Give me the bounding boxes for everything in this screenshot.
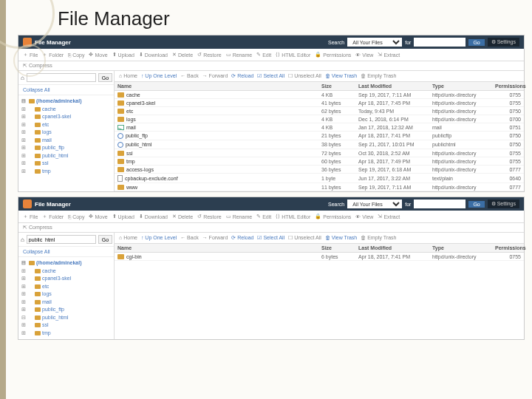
compress-button[interactable]: ⇱ Compress bbox=[23, 63, 52, 68]
search-go-button[interactable]: Go bbox=[468, 201, 484, 208]
tree-node[interactable]: etc bbox=[21, 121, 111, 129]
table-row[interactable]: public_ftp21 bytesApr 18, 2017, 7:41 PMp… bbox=[115, 132, 524, 140]
table-row[interactable]: cgi-bin6 bytesApr 18, 2017, 7:41 PMhttpd… bbox=[115, 253, 524, 261]
html-editor-button[interactable]: ⟨⟩ HTML Editor bbox=[276, 51, 310, 58]
tree-node[interactable]: etc bbox=[21, 283, 111, 291]
tree-node[interactable]: public_html bbox=[21, 314, 111, 322]
copy-button[interactable]: ⎘ Copy bbox=[68, 213, 84, 220]
nav-unselect-all[interactable]: ☐ Unselect All bbox=[288, 235, 321, 241]
tree-node[interactable]: cache bbox=[21, 267, 111, 276]
tree-node[interactable]: logs bbox=[21, 129, 111, 137]
home-icon[interactable]: ⌂ bbox=[21, 236, 24, 243]
edit-button[interactable]: ✎ Edit bbox=[256, 51, 271, 58]
nav-home[interactable]: ⌂ Home bbox=[119, 73, 137, 79]
compress-button[interactable]: ⇱ Compress bbox=[23, 225, 52, 230]
col-name[interactable]: Name bbox=[117, 245, 321, 250]
edit-button[interactable]: ✎ Edit bbox=[256, 213, 271, 220]
file-button[interactable]: ＋ File bbox=[23, 213, 38, 220]
tree-node[interactable]: tmp bbox=[21, 330, 111, 338]
table-row[interactable]: mail4 KBJan 17, 2018, 12:32 AMmail0751 bbox=[115, 123, 524, 132]
table-row[interactable]: ssl72 bytesOct 30, 2018, 2:52 AMhttpd/un… bbox=[115, 149, 524, 157]
tree-root[interactable]: (/home/adminekal) bbox=[21, 98, 111, 106]
table-row[interactable]: cpanel3-skel41 bytesApr 18, 2017, 7:45 P… bbox=[115, 99, 524, 107]
table-row[interactable]: cpbackup-exclude.conf1 byteJun 17, 2017,… bbox=[115, 174, 524, 183]
table-row[interactable]: access-logs36 bytesSep 19, 2017, 6:18 AM… bbox=[115, 166, 524, 174]
restore-button[interactable]: ↺ Restore bbox=[197, 213, 222, 220]
upload-button[interactable]: ⬆ Upload bbox=[112, 51, 134, 58]
folder-button[interactable]: ＋ Folder bbox=[42, 213, 64, 220]
download-button[interactable]: ⬇ Download bbox=[139, 51, 168, 58]
nav-up[interactable]: ↑ Up One Level bbox=[141, 235, 177, 241]
nav-forward[interactable]: → Forward bbox=[202, 235, 228, 241]
delete-button[interactable]: ✕ Delete bbox=[172, 51, 193, 58]
file-button[interactable]: ＋ File bbox=[23, 51, 38, 58]
path-go-button[interactable]: Go bbox=[98, 235, 112, 244]
search-scope-select[interactable]: All Your Files bbox=[347, 200, 402, 208]
copy-button[interactable]: ⎘ Copy bbox=[68, 51, 84, 58]
nav-view-trash[interactable]: 🗑 View Trash bbox=[325, 235, 357, 241]
tree-root[interactable]: (/home/adminekal) bbox=[21, 259, 111, 267]
nav-up[interactable]: ↑ Up One Level bbox=[141, 73, 177, 79]
tree-node[interactable]: cpanel3-skel bbox=[21, 275, 111, 283]
tree-node[interactable]: public_html bbox=[21, 152, 111, 160]
nav-empty-trash[interactable]: 🗑 Empty Trash bbox=[361, 235, 396, 241]
extract-button[interactable]: ⇲ Extract bbox=[378, 213, 400, 220]
table-row[interactable]: etc62 bytesToday, 9:43 PMhttpd/unix-dire… bbox=[115, 107, 524, 115]
col-modified[interactable]: Last Modified bbox=[358, 245, 432, 250]
nav-forward[interactable]: → Forward bbox=[202, 73, 228, 79]
search-scope-select[interactable]: All Your Files bbox=[347, 38, 402, 47]
table-row[interactable]: tmp60 bytesApr 18, 2017, 7:49 PMhttpd/un… bbox=[115, 157, 524, 166]
download-button[interactable]: ⬇ Download bbox=[139, 213, 168, 220]
tree-node[interactable]: mail bbox=[21, 299, 111, 307]
nav-reload[interactable]: ⟳ Reload bbox=[231, 235, 253, 241]
settings-button[interactable]: ⚙ Settings bbox=[488, 200, 519, 208]
rename-button[interactable]: ▭ Rename bbox=[226, 213, 252, 220]
col-size[interactable]: Size bbox=[321, 245, 358, 250]
table-row[interactable]: logs4 KBDec 1, 2018, 6:14 PMhttpd/unix-d… bbox=[115, 115, 524, 123]
extract-button[interactable]: ⇲ Extract bbox=[378, 51, 400, 58]
col-permissions[interactable]: Permissions bbox=[495, 83, 521, 89]
move-button[interactable]: ✥ Move bbox=[89, 213, 107, 220]
nav-view-trash[interactable]: 🗑 View Trash bbox=[325, 73, 357, 79]
tree-node[interactable]: cpanel3-skel bbox=[21, 113, 111, 121]
tree-node[interactable]: tmp bbox=[21, 168, 111, 176]
path-input[interactable] bbox=[27, 235, 96, 244]
upload-button[interactable]: ⬆ Upload bbox=[112, 213, 134, 220]
view-button[interactable]: 👁 View bbox=[355, 51, 373, 58]
tree-node[interactable]: public_ftp bbox=[21, 306, 111, 314]
move-button[interactable]: ✥ Move bbox=[89, 51, 107, 58]
table-row[interactable]: cache4 KBSep 19, 2017, 7:11 AMhttpd/unix… bbox=[115, 91, 524, 99]
collapse-all-link[interactable]: Collapse All bbox=[18, 247, 114, 257]
col-name[interactable]: Name bbox=[117, 83, 321, 89]
path-input[interactable] bbox=[27, 73, 96, 82]
path-go-button[interactable]: Go bbox=[98, 73, 112, 82]
rename-button[interactable]: ▭ Rename bbox=[226, 51, 252, 58]
collapse-all-link[interactable]: Collapse All bbox=[18, 85, 114, 95]
search-go-button[interactable]: Go bbox=[468, 39, 484, 46]
search-input[interactable] bbox=[414, 38, 466, 47]
nav-select-all[interactable]: ☑ Select All bbox=[257, 235, 284, 241]
nav-reload[interactable]: ⟳ Reload bbox=[231, 73, 253, 79]
permissions-button[interactable]: 🔒 Permissions bbox=[315, 51, 351, 58]
table-row[interactable]: public_html38 bytesSep 21, 2017, 10:01 P… bbox=[115, 140, 524, 149]
tree-node[interactable]: ssl bbox=[21, 160, 111, 168]
nav-select-all[interactable]: ☑ Select All bbox=[257, 73, 284, 79]
home-icon[interactable]: ⌂ bbox=[21, 75, 24, 81]
nav-empty-trash[interactable]: 🗑 Empty Trash bbox=[361, 73, 396, 79]
permissions-button[interactable]: 🔒 Permissions bbox=[315, 213, 351, 220]
tree-node[interactable]: ssl bbox=[21, 321, 111, 330]
col-type[interactable]: Type bbox=[432, 83, 495, 89]
tree-node[interactable]: logs bbox=[21, 290, 111, 299]
nav-home[interactable]: ⌂ Home bbox=[119, 235, 137, 241]
delete-button[interactable]: ✕ Delete bbox=[172, 213, 193, 220]
table-row[interactable]: www11 bytesSep 19, 2017, 7:11 AMhttpd/un… bbox=[115, 183, 524, 191]
nav-back[interactable]: ← Back bbox=[180, 73, 199, 79]
view-button[interactable]: 👁 View bbox=[355, 213, 373, 220]
col-size[interactable]: Size bbox=[321, 83, 358, 89]
tree-node[interactable]: cache bbox=[21, 106, 111, 114]
folder-button[interactable]: ＋ Folder bbox=[42, 51, 64, 58]
col-type[interactable]: Type bbox=[432, 245, 495, 250]
search-input[interactable] bbox=[414, 200, 466, 208]
col-modified[interactable]: Last Modified bbox=[358, 83, 432, 89]
nav-unselect-all[interactable]: ☐ Unselect All bbox=[288, 73, 321, 79]
